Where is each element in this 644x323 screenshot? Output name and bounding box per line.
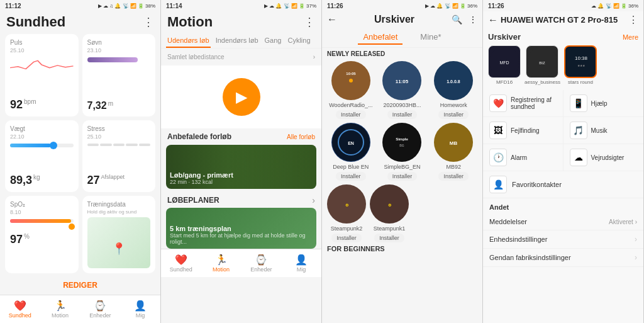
svg-text:MFD: MFD xyxy=(499,60,509,65)
menu-alarm[interactable]: 🕐 Alarm xyxy=(483,144,564,171)
thumb-2[interactable]: 10:38★★★ stars round xyxy=(564,45,597,85)
watch-item-7[interactable]: ⚙ Steampunk1 Installer xyxy=(370,184,409,242)
watch-name-1: 20200903HB... xyxy=(383,102,421,108)
for-beginners-label: FOR BEGINNERS xyxy=(322,242,482,254)
nav-mig[interactable]: 👤 Mig xyxy=(120,298,160,320)
nav-mig-2[interactable]: 👤 Mig xyxy=(281,252,321,275)
watch-item-3[interactable]: EN Deep Blue EN Installer xyxy=(327,123,375,181)
menu-enhedsindstillinger[interactable]: Enhedsindstillinger › xyxy=(483,230,643,249)
menu-list: ❤️ Registrering af sundhed 📱 Hjælp 🖼 Fej… xyxy=(483,88,643,269)
thumb-1[interactable]: BIZ aessy_business xyxy=(525,45,560,85)
watch-face-4: SimpleBG xyxy=(382,123,421,162)
svg-text:★★★: ★★★ xyxy=(577,64,586,67)
install-btn-1[interactable]: Installer xyxy=(387,110,418,119)
install-btn-2[interactable]: Installer xyxy=(438,110,469,119)
install-btn-3[interactable]: Installer xyxy=(336,172,366,181)
time-3: 11:26 xyxy=(327,3,343,9)
watch-item-6[interactable]: ⚙ Steampunk2 Installer xyxy=(327,184,366,242)
watch-item-1[interactable]: 11:05 20200903HB... Installer xyxy=(379,61,426,119)
watch-item-4[interactable]: SimpleBG SimpleBG_EN Installer xyxy=(379,123,426,181)
vejr-label: Vejrudsigter xyxy=(591,154,638,161)
stress-unit: Afslappet xyxy=(101,174,125,180)
tab-cykling[interactable]: Cykling xyxy=(286,34,311,48)
thumb-0[interactable]: MFD MFD16 xyxy=(488,45,521,85)
menu-musik[interactable]: 🎵 Musik xyxy=(564,117,644,144)
back-button-3[interactable]: ← xyxy=(327,14,337,25)
rediger-button[interactable]: REDIGER xyxy=(0,276,160,295)
play-area: ▶ xyxy=(161,65,321,128)
loebeplan-desc: Start med 5 km for at hjælpe dig med at … xyxy=(170,232,313,245)
urskiver-tabs: Anbefalet Mine* xyxy=(322,28,482,48)
music-icon: 🎵 xyxy=(570,122,587,139)
alle-link[interactable]: Alle forløb xyxy=(287,133,315,140)
watch-name-5: MB92 xyxy=(446,164,461,170)
fejlfinding-label: Fejlfinding xyxy=(511,127,557,134)
loebeplaner-text: 5 km træningsplan Start med 5 km for at … xyxy=(166,221,316,249)
back-button-4[interactable]: ← xyxy=(488,14,498,26)
puls-card[interactable]: Puls 25.10 92 bpm xyxy=(5,34,79,116)
menu-registrering[interactable]: ❤️ Registrering af sundhed xyxy=(483,90,564,116)
nav-sundhed[interactable]: ❤️ Sundhed xyxy=(0,298,40,320)
alarm-icon: 🕐 xyxy=(489,149,507,166)
urskiver-row: Urskiver Mere xyxy=(483,28,643,43)
svg-text:EN: EN xyxy=(348,141,354,145)
loebeplan-title: 5 km træningsplan xyxy=(170,225,313,232)
sundhed-header: Sundhed ⋮ xyxy=(0,11,160,31)
watch-item-2[interactable]: 1.0.0.8 Homework Installer xyxy=(430,61,477,119)
menu-meddelelser[interactable]: Meddelelser Aktiveret › xyxy=(483,213,643,230)
tab-anbefalet[interactable]: Anbefalet xyxy=(358,30,402,45)
nav-enheder-2[interactable]: ⌚ Enheder xyxy=(242,252,282,275)
huawei-header: ← HUAWEI WATCH GT 2 Pro-815 ⋮ xyxy=(483,11,643,28)
watch-item-0[interactable]: 10:05 WoodenRadio_... Installer xyxy=(327,61,375,119)
spo2-card[interactable]: SpO₂ 8.10 97 % xyxy=(5,196,79,273)
heart-icon: ❤️ xyxy=(14,300,26,312)
play-button[interactable]: ▶ xyxy=(223,78,260,116)
stress-card[interactable]: Stress 25.10 27 Afslappet xyxy=(82,120,156,191)
watch-name-0: WoodenRadio_... xyxy=(329,102,372,108)
samlet-row[interactable]: Samlet løbedistance › xyxy=(161,48,321,65)
header-icons-3: 🔍 ⋮ xyxy=(452,14,477,25)
nav-motion-2[interactable]: 🏃 Motion xyxy=(201,252,242,275)
loebeplaner-card[interactable]: 5 km træningsplan Start med 5 km for at … xyxy=(166,208,316,249)
nav-sundhed-2[interactable]: ❤️ Sundhed xyxy=(161,252,201,275)
search-icon-3[interactable]: 🔍 xyxy=(452,14,462,25)
watch-face-0: 10:05 xyxy=(331,61,370,100)
install-btn-0[interactable]: Installer xyxy=(336,110,366,119)
menu-hjaelp[interactable]: 📱 Hjælp xyxy=(564,90,644,116)
more-icon-3[interactable]: ⋮ xyxy=(469,14,477,25)
thumb-face-1: BIZ xyxy=(526,45,558,78)
help-icon: 📱 xyxy=(570,94,587,112)
menu-fejlfinding[interactable]: 🖼 Fejlfinding xyxy=(483,117,564,144)
sovn-card[interactable]: Søvn 23.10 7,32 m xyxy=(82,34,156,116)
panel-motion: 11:14 ▶ ☁ 🔔 📡 📶 🔋 37% Motion ⋮ Udendørs … xyxy=(161,0,322,323)
status-icons-2: ▶ ☁ 🔔 📡 📶 🔋 37% xyxy=(264,3,316,9)
huawei-more-icon[interactable]: ⋮ xyxy=(628,14,638,26)
install-btn-5[interactable]: Installer xyxy=(438,172,469,181)
vaegt-card[interactable]: Vægt 22.10 89,3 kg xyxy=(5,120,79,191)
device-icon: ⌚ xyxy=(94,300,106,312)
install-btn-4[interactable]: Installer xyxy=(387,172,418,181)
tab-indendors[interactable]: Indendørs løb xyxy=(214,34,260,48)
forloeb-card[interactable]: Løb/gang - primært 22 min · 132 kcal xyxy=(166,145,316,189)
install-btn-7[interactable]: Installer xyxy=(374,234,404,242)
urskiver-header: ← Urskiver 🔍 ⋮ xyxy=(322,11,482,28)
tab-mine[interactable]: Mine* xyxy=(415,30,446,45)
more-icon[interactable]: ⋮ xyxy=(143,15,154,29)
menu-vejr[interactable]: ☁ Vejrudsigter xyxy=(564,144,644,171)
tab-gang[interactable]: Gang xyxy=(264,34,283,48)
loebeplaner-chevron[interactable]: › xyxy=(312,195,315,205)
loebeplaner-header: LØBEPLANER › xyxy=(166,193,316,208)
favorit-label: Favoritkontakter xyxy=(512,181,562,188)
more-link[interactable]: Mere xyxy=(623,33,638,41)
menu-gendan[interactable]: Gendan fabriksindstillinger › xyxy=(483,249,643,267)
nav-enheder[interactable]: ⌚ Enheder xyxy=(80,298,121,320)
motion-more-icon[interactable]: ⋮ xyxy=(304,15,315,29)
contacts-icon: 👤 xyxy=(489,176,507,193)
traening-card[interactable]: Træningsdata Hold dig aktiv og sund 📍 xyxy=(82,196,156,273)
watch-item-5[interactable]: MB MB92 Installer xyxy=(430,123,477,181)
tab-udendors[interactable]: Udendørs løb xyxy=(166,34,211,48)
enhedsindstillinger-label: Enhedsindstillinger xyxy=(489,235,547,243)
install-btn-6[interactable]: Installer xyxy=(331,234,362,242)
nav-motion[interactable]: 🏃 Motion xyxy=(40,298,80,320)
menu-favorit[interactable]: 👤 Favoritkontakter xyxy=(483,171,643,198)
